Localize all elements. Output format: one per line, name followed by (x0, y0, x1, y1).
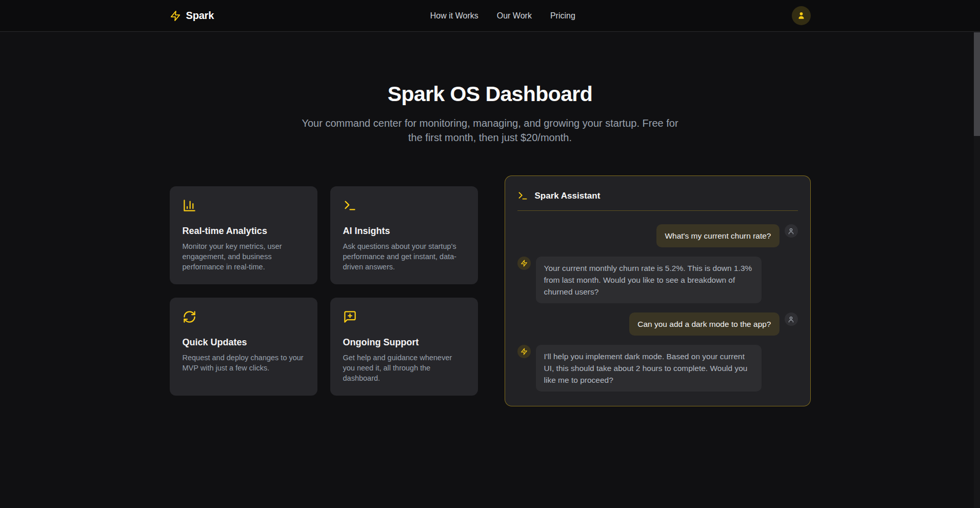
user-message-bubble: What's my current churn rate? (656, 224, 779, 247)
assistant-zap-avatar (517, 345, 531, 358)
brand-name: Spark (186, 10, 214, 22)
nav-links: How it Works Our Work Pricing (430, 11, 575, 21)
feature-description: Ask questions about your startup's perfo… (343, 241, 465, 272)
page-subtitle: Your command center for monitoring, mana… (296, 116, 685, 145)
page-scrollbar-thumb[interactable] (974, 32, 980, 136)
feature-title: Quick Updates (183, 337, 305, 348)
message-square-plus-icon (343, 310, 357, 324)
nav-inner: Spark How it Works Our Work Pricing (170, 6, 811, 25)
assistant-zap-avatar (517, 257, 531, 270)
feature-grid: Real-time Analytics Monitor your key met… (170, 186, 478, 396)
chat-message-user: What's my current churn rate? (517, 224, 798, 247)
assistant-message-bubble: Your current monthly churn rate is 5.2%.… (536, 257, 762, 303)
feature-title: AI Insights (343, 226, 465, 237)
page-title: Spark OS Dashboard (0, 82, 980, 106)
zap-icon (170, 10, 181, 22)
feature-description: Get help and guidance whenever you need … (343, 353, 465, 383)
terminal-icon (517, 190, 528, 201)
user-avatar (785, 312, 798, 326)
content-columns: Real-time Analytics Monitor your key met… (170, 175, 811, 406)
terminal-icon (343, 199, 357, 212)
nav-link-our-work[interactable]: Our Work (497, 11, 532, 21)
chat-message-user: Can you add a dark mode to the app? (517, 312, 798, 336)
feature-description: Monitor your key metrics, user engagemen… (183, 241, 305, 272)
feature-title: Ongoing Support (343, 337, 465, 348)
feature-title: Real-time Analytics (183, 226, 305, 237)
feature-card-ongoing-support[interactable]: Ongoing Support Get help and guidance wh… (330, 298, 478, 396)
spark-assistant-panel: Spark Assistant What's my current churn … (505, 175, 811, 406)
hero-section: Spark OS Dashboard Your command center f… (0, 32, 980, 145)
feature-card-realtime-analytics[interactable]: Real-time Analytics Monitor your key met… (170, 186, 317, 284)
account-avatar-button[interactable] (792, 6, 811, 25)
page-scrollbar-track[interactable] (974, 32, 980, 508)
feature-card-ai-insights[interactable]: AI Insights Ask questions about your sta… (330, 186, 478, 284)
refresh-icon (183, 310, 196, 324)
assistant-message-bubble: I'll help you implement dark mode. Based… (536, 345, 762, 392)
bar-chart-icon (183, 199, 196, 212)
feature-description: Request and deploy changes to your MVP w… (183, 353, 305, 373)
chat-message-assistant: Your current monthly churn rate is 5.2%.… (517, 257, 798, 303)
nav-link-how-it-works[interactable]: How it Works (430, 11, 478, 21)
feature-card-quick-updates[interactable]: Quick Updates Request and deploy changes… (170, 298, 317, 396)
assistant-panel-title: Spark Assistant (535, 191, 601, 201)
nav-link-pricing[interactable]: Pricing (550, 11, 575, 21)
user-message-bubble: Can you add a dark mode to the app? (629, 312, 779, 336)
chat-message-assistant: I'll help you implement dark mode. Based… (517, 345, 798, 392)
assistant-panel-header: Spark Assistant (517, 188, 798, 211)
brand-logo[interactable]: Spark (170, 10, 214, 22)
user-avatar (785, 224, 798, 238)
chat-messages: What's my current churn rate? Your curre… (517, 224, 798, 392)
top-nav: Spark How it Works Our Work Pricing (0, 0, 980, 32)
user-icon (796, 11, 806, 21)
